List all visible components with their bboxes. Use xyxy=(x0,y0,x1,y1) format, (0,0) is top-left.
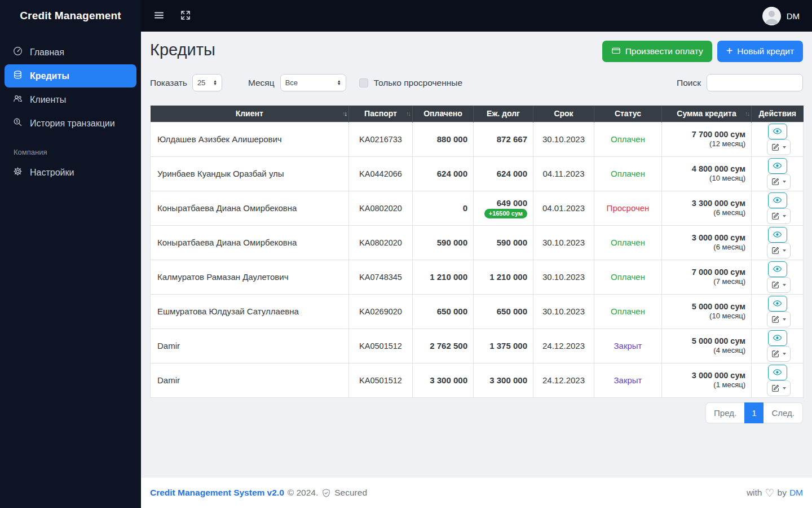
eye-icon xyxy=(773,126,782,136)
actions-cell xyxy=(752,225,804,260)
credit-amount-cell: 3 000 000 сум (1 месяц) xyxy=(662,363,752,397)
sidebar-section-company: Компания xyxy=(0,135,141,161)
monthly-debt: 1 210 000 xyxy=(489,272,527,282)
paid-amount: 650 000 xyxy=(413,294,474,329)
user-menu[interactable]: DM xyxy=(762,7,800,25)
status-label: Закрыт xyxy=(594,363,662,397)
view-button[interactable] xyxy=(768,227,787,243)
sidebar-item-label: Кредиты xyxy=(30,71,69,81)
column-header-3: Еж. долг xyxy=(474,106,533,122)
credit-amount-cell: 5 000 000 сум (10 месяц) xyxy=(662,294,752,329)
column-header-label: Действия xyxy=(758,109,796,118)
sidebar-item-label: История транзакции xyxy=(30,119,115,129)
caret-down-icon xyxy=(783,387,786,389)
column-header-1[interactable]: Паспорт↑↓ xyxy=(349,106,413,122)
column-header-6[interactable]: Сумма кредита↑↓ xyxy=(662,106,752,122)
monthly-debt-cell: 3 300 000 xyxy=(474,363,533,397)
view-button[interactable] xyxy=(768,192,787,208)
view-button[interactable] xyxy=(768,296,787,312)
sidebar-item-settings[interactable]: Настройки xyxy=(5,161,136,184)
caret-down-icon xyxy=(783,146,786,148)
column-header-7: Действия xyxy=(752,106,804,122)
edit-dropdown-button[interactable] xyxy=(767,139,791,155)
eye-icon xyxy=(773,367,782,377)
sidebar-item-transaction-history[interactable]: $ История транзакции xyxy=(5,112,136,135)
actions-cell xyxy=(752,329,804,363)
footer-brand-link[interactable]: Credit Management System v2.0 xyxy=(150,488,284,498)
author-link[interactable]: DM xyxy=(789,488,803,498)
eye-icon xyxy=(773,161,782,170)
column-header-0[interactable]: Клиент↑↓ xyxy=(151,106,349,122)
heart-icon: ♡ xyxy=(765,488,774,498)
actions-cell xyxy=(752,363,804,397)
users-icon xyxy=(13,94,23,106)
pencil-square-icon xyxy=(771,384,780,392)
edit-dropdown-button[interactable] xyxy=(767,243,791,259)
status-label: Просрочен xyxy=(594,191,662,225)
avatar xyxy=(762,7,781,25)
credit-amount-cell: 3 000 000 сум (6 месяц) xyxy=(662,225,752,260)
column-header-4: Срок xyxy=(533,106,594,122)
edit-dropdown-button[interactable] xyxy=(767,312,791,327)
pagination-page-1-button[interactable]: 1 xyxy=(744,402,764,423)
client-name: Damir xyxy=(151,363,349,397)
credit-row: Уринбаев Куандык Оразбай улы KA0442066 6… xyxy=(151,156,804,191)
status-label: Оплачен xyxy=(594,225,662,260)
pencil-square-icon xyxy=(771,349,780,358)
sidebar-toggle-button[interactable] xyxy=(153,10,165,23)
paid-amount: 880 000 xyxy=(413,122,474,156)
passport-number: KA0802020 xyxy=(349,191,413,225)
sidebar-item-clients[interactable]: Клиенты xyxy=(5,88,136,111)
view-button[interactable] xyxy=(768,158,787,174)
credit-row: Коныратбаева Диана Омирбековна KA0802020… xyxy=(151,225,804,260)
credits-table-body: Юлдашев Азизбек Алишерович KA0216733 880… xyxy=(151,122,804,397)
edit-dropdown-button[interactable] xyxy=(767,346,791,362)
view-button[interactable] xyxy=(768,365,787,380)
credits-table-head: Клиент↑↓Паспорт↑↓ОплаченоЕж. долгСрокСта… xyxy=(151,106,804,122)
passport-number: KA0802020 xyxy=(349,225,413,260)
select-carets-icon: ▲▼ xyxy=(213,80,217,85)
show-label: Показать xyxy=(150,78,187,88)
due-date: 30.10.2023 xyxy=(533,294,594,329)
user-initials: DM xyxy=(787,11,800,21)
search-input[interactable] xyxy=(707,74,803,91)
overdue-only-checkbox[interactable] xyxy=(359,78,368,87)
column-header-label: Статус xyxy=(615,109,641,118)
view-button[interactable] xyxy=(768,261,787,277)
credit-amount: 3 300 000 сум xyxy=(668,198,745,208)
make-payment-button[interactable]: Произвести оплату xyxy=(602,41,712,62)
new-credit-button[interactable]: + Новый кредит xyxy=(717,41,803,62)
credit-row: Ешмуратова Юлдузай Сатуллаевна KA0269020… xyxy=(151,294,804,329)
pencil-square-icon xyxy=(771,315,780,323)
edit-dropdown-button[interactable] xyxy=(767,277,791,293)
speedometer-icon xyxy=(13,46,23,58)
credit-term: (10 месяц) xyxy=(668,312,745,321)
sidebar-item-dashboard[interactable]: Главная xyxy=(5,41,136,64)
column-header-label: Клиент xyxy=(236,109,263,118)
make-payment-label: Произвести оплату xyxy=(625,46,703,56)
edit-dropdown-button[interactable] xyxy=(767,174,791,190)
hamburger-icon xyxy=(153,10,165,23)
credit-amount: 5 000 000 сум xyxy=(668,301,745,312)
wallet-icon xyxy=(611,46,621,58)
fullscreen-button[interactable] xyxy=(180,10,191,22)
monthly-debt-cell: 872 667 xyxy=(474,122,533,156)
column-header-label: Сумма кредита xyxy=(677,109,736,118)
edit-dropdown-button[interactable] xyxy=(767,380,791,396)
actions-cell xyxy=(752,191,804,225)
page-size-select[interactable]: 25 ▲▼ xyxy=(192,74,222,91)
view-button[interactable] xyxy=(768,124,787,139)
svg-text:$: $ xyxy=(16,119,18,123)
gear-icon xyxy=(13,167,23,178)
pagination-next-button[interactable]: След. xyxy=(764,402,803,423)
view-button[interactable] xyxy=(768,330,787,346)
pagination-prev-button[interactable]: Пред. xyxy=(705,402,744,423)
credit-term: (12 месяц) xyxy=(668,139,745,148)
credit-amount-cell: 7 700 000 сум (12 месяц) xyxy=(662,122,752,156)
sidebar-item-credits[interactable]: Кредиты xyxy=(5,64,136,87)
pencil-square-icon xyxy=(771,281,780,289)
month-select[interactable]: Все ▲▼ xyxy=(280,74,346,91)
edit-dropdown-button[interactable] xyxy=(767,208,791,224)
sort-arrows-icon: ↑↓ xyxy=(406,110,410,117)
due-date: 30.10.2023 xyxy=(533,122,594,156)
